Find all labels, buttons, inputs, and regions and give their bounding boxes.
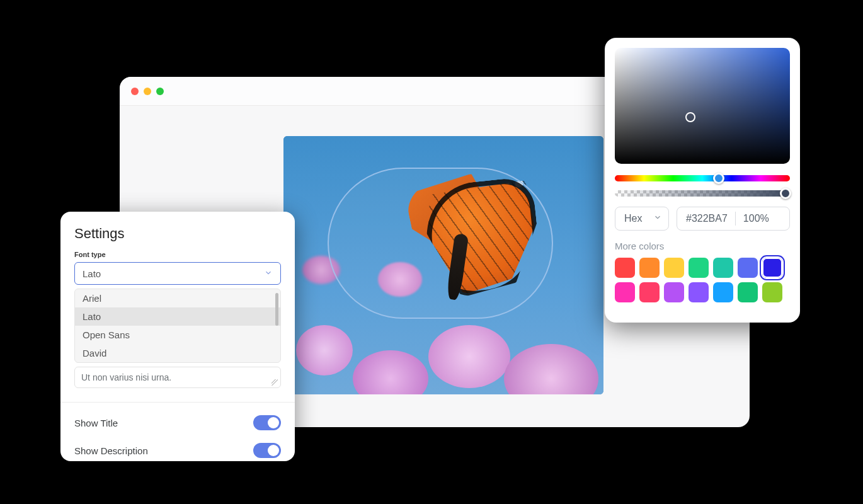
color-format-select[interactable]: Hex	[615, 207, 669, 231]
font-option[interactable]: David	[75, 344, 280, 362]
color-swatch[interactable]	[762, 282, 782, 302]
color-swatch[interactable]	[639, 282, 660, 302]
hue-slider[interactable]	[615, 175, 790, 181]
color-picker-panel: Hex #322BA7 100% More colors	[605, 38, 800, 323]
color-swatch[interactable]	[615, 258, 635, 278]
hex-value: #322BA7	[686, 213, 728, 224]
show-title-label: Show Title	[74, 418, 118, 428]
color-saturation-canvas[interactable]	[615, 48, 790, 164]
divider	[60, 402, 295, 403]
swatch-grid	[615, 258, 790, 302]
color-format-value: Hex	[624, 213, 642, 224]
close-window-button[interactable]	[131, 88, 139, 95]
chevron-down-icon	[653, 213, 662, 224]
color-swatch[interactable]	[713, 258, 733, 278]
dropdown-scrollbar[interactable]	[275, 293, 278, 326]
more-colors-label: More colors	[615, 241, 790, 251]
hotspot-overlay[interactable]	[328, 168, 553, 319]
hue-thumb[interactable]	[713, 173, 724, 184]
color-swatch[interactable]	[738, 282, 758, 302]
color-swatch[interactable]	[713, 282, 733, 302]
settings-panel: Settings Font type Lato Ariel Lato Open …	[60, 212, 295, 461]
font-type-label: Font type	[74, 251, 281, 258]
show-description-label: Show Description	[74, 445, 148, 456]
color-swatch[interactable]	[615, 282, 635, 302]
color-swatch[interactable]	[689, 258, 709, 278]
settings-title: Settings	[74, 226, 281, 242]
maximize-window-button[interactable]	[156, 88, 164, 95]
minimize-window-button[interactable]	[144, 88, 151, 95]
font-type-selected-value: Lato	[83, 268, 101, 279]
show-title-toggle[interactable]	[253, 415, 281, 430]
image-flower	[296, 325, 353, 375]
chevron-down-icon	[264, 268, 273, 279]
alpha-slider[interactable]	[615, 190, 790, 197]
font-type-select[interactable]: Lato	[74, 262, 281, 285]
description-textarea[interactable]: Ut non varius nisi urna.	[74, 367, 281, 388]
description-text: Ut non varius nisi urna.	[81, 372, 171, 382]
color-swatch[interactable]	[639, 258, 660, 278]
show-description-toggle[interactable]	[253, 443, 281, 458]
window-traffic-lights	[131, 88, 164, 95]
image-canvas[interactable]	[283, 136, 603, 394]
color-canvas-cursor[interactable]	[685, 112, 695, 122]
textarea-resize-handle[interactable]	[271, 379, 278, 386]
alpha-thumb[interactable]	[780, 188, 791, 199]
image-flower	[428, 325, 510, 388]
font-option[interactable]: Open Sans	[75, 326, 280, 344]
color-swatch[interactable]	[664, 282, 684, 302]
value-separator	[735, 212, 736, 226]
color-value-input[interactable]: #322BA7 100%	[677, 207, 790, 231]
font-option[interactable]: Ariel	[75, 289, 280, 307]
color-swatch[interactable]	[762, 258, 782, 278]
color-swatch[interactable]	[664, 258, 684, 278]
font-option[interactable]: Lato	[75, 307, 280, 326]
color-swatch[interactable]	[738, 258, 758, 278]
font-type-dropdown: Ariel Lato Open Sans David	[74, 289, 281, 363]
color-swatch[interactable]	[689, 282, 709, 302]
opacity-value: 100%	[743, 213, 769, 224]
